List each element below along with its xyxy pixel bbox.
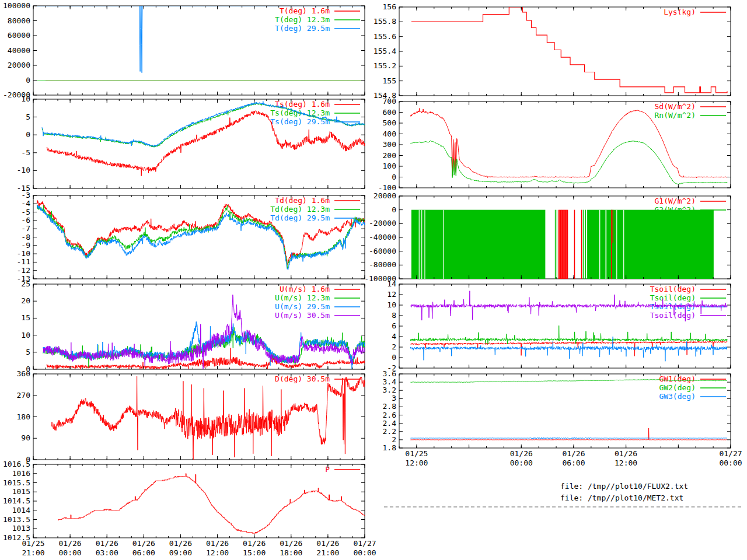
x-axis-label: 12:00 (206, 548, 229, 557)
panel-U: U(m/s) 1.6mU(m/s) 12.3mU(m/s) 29.5mU(m/s… (21, 279, 365, 373)
y-axis-label: -11 (17, 257, 30, 266)
y-axis-label: 20000 (8, 61, 30, 69)
panel-G: G1(W/m^2)G2(W/m^2)-100000-80000-60000-40… (364, 191, 731, 283)
legend-entry: Tsoil(deg) (650, 285, 696, 293)
bar-block (583, 210, 584, 279)
bar-line (574, 210, 575, 279)
y-axis-label: 1013 (12, 524, 30, 533)
legend-entry: Td(deg) 1.6m (275, 196, 330, 205)
y-axis-label: 90 (21, 433, 30, 442)
y-axis-label: 2.4 (383, 419, 397, 428)
y-axis-label: -10 (17, 166, 30, 174)
x-axis-label: 06:00 (132, 548, 155, 557)
x-axis-label: 01/26 (510, 449, 533, 458)
x-axis-label: 01/26 (562, 449, 585, 458)
y-axis-label: -9 (21, 241, 30, 250)
y-axis-label: 80000 (8, 16, 30, 25)
y-axis-label: 180 (17, 412, 30, 421)
y-axis-label: 40000 (8, 46, 30, 55)
panel-P: P01/2521:0001/2600:0001/2603:0001/2606:0… (3, 460, 376, 557)
y-axis-label: 3 (392, 394, 396, 402)
x-axis-label: 00:00 (59, 548, 82, 557)
y-axis-label: 0 (26, 76, 30, 85)
bar-block (557, 210, 557, 279)
y-axis-label: -7 (21, 224, 30, 233)
legend-entry: U(m/s) 12.3m (275, 293, 330, 302)
plot-border (33, 464, 365, 538)
bar-line (566, 210, 567, 279)
x-axis-label: 12:00 (615, 459, 637, 467)
x-axis-label: 03:00 (96, 548, 118, 557)
x-axis-label: 01/26 (243, 539, 266, 548)
y-axis-label: 2.6 (383, 411, 396, 419)
legend-entry: Lys(kg) (664, 8, 696, 16)
legend-entry: U(m/s) 30.5m (275, 311, 330, 320)
y-axis-label: 1016 (12, 469, 30, 478)
y-axis-label: 2.2 (383, 427, 396, 436)
charts-canvas: T(deg) 1.6mT(deg) 12.3mT(deg) 29.5m-2000… (0, 0, 747, 560)
y-axis-label: 25 (21, 279, 30, 288)
y-axis-label: 0 (392, 353, 396, 362)
y-axis-label: 1013.5 (3, 515, 30, 524)
y-axis-label: 1014.5 (3, 496, 30, 505)
y-axis-label: 2 (392, 342, 396, 351)
legend-entry: GW3(deg) (659, 392, 696, 401)
y-axis-label: 155.2 (374, 61, 396, 70)
y-axis-label: 200 (383, 151, 396, 160)
y-axis-label: -4 (21, 199, 30, 208)
y-axis-label: 0 (392, 173, 396, 181)
bar-block (555, 210, 556, 279)
bar-block (443, 210, 444, 279)
y-axis-label: 12 (387, 290, 396, 299)
y-axis-label: 5 (26, 348, 30, 356)
bar-block (424, 210, 425, 279)
x-axis-label: 01/27 (353, 539, 376, 548)
legend-entry: GW2(deg) (659, 383, 696, 392)
legend-entry: Rn(W/m^2) (655, 111, 696, 120)
y-axis-label: 2.8 (383, 402, 396, 411)
y-axis-label: 20000 (374, 191, 396, 200)
y-axis-label: -6 (21, 216, 30, 225)
x-axis-label: 15:00 (243, 548, 266, 557)
y-axis-label: -60000 (369, 247, 396, 256)
legend-entry: T(deg) 12.3m (275, 15, 330, 24)
y-axis-label: 6 (392, 321, 396, 330)
y-axis-label: 8 (392, 311, 396, 320)
y-axis-label: 156 (383, 2, 396, 11)
bar-line (581, 210, 582, 279)
x-axis-label: 09:00 (169, 548, 192, 557)
panel-D: D(deg) 30.5m090180270360 (17, 369, 365, 464)
bar-block (623, 210, 624, 279)
bar-line-partial (613, 210, 613, 243)
x-axis-label: 12:00 (405, 459, 428, 467)
x-axis-label: 00:00 (353, 548, 376, 557)
y-axis-label: -5 (21, 148, 30, 157)
y-axis-label: 2 (392, 435, 396, 444)
x-axis-label: 01/26 (280, 539, 302, 548)
bar-line (567, 210, 568, 279)
y-axis-label: -8 (21, 233, 30, 242)
y-axis-label: 300 (383, 140, 396, 149)
bar-block (585, 210, 586, 279)
dashed-separator (384, 506, 741, 508)
y-axis-label: 500 (383, 118, 396, 127)
x-axis-label: 21:00 (316, 548, 339, 557)
y-axis-label: 155.6 (374, 32, 396, 41)
x-axis-label: 00:00 (719, 459, 742, 467)
x-axis-label: 01/26 (206, 539, 229, 548)
bar-block (599, 210, 600, 279)
x-axis-label: 21:00 (22, 548, 44, 557)
y-axis-label: 1014 (12, 506, 30, 514)
y-axis-label: -100 (378, 183, 396, 192)
series-layer (411, 210, 714, 279)
y-axis-label: 3.6 (383, 369, 396, 378)
panel-Lys: Lys(kg)154.8155155.2155.4155.6155.8156 (374, 2, 731, 100)
bar-line (558, 210, 560, 279)
panel-T: T(deg) 1.6mT(deg) 12.3mT(deg) 29.5m-2000… (3, 1, 365, 99)
y-axis-label: 10 (387, 300, 396, 309)
bar-line (563, 210, 564, 279)
y-axis-label: 4 (392, 332, 396, 341)
legend-entry: GW1(deg) (659, 374, 696, 383)
legend-entry: P (325, 465, 330, 474)
legend-entry: Tsoil(deg) (650, 293, 696, 302)
